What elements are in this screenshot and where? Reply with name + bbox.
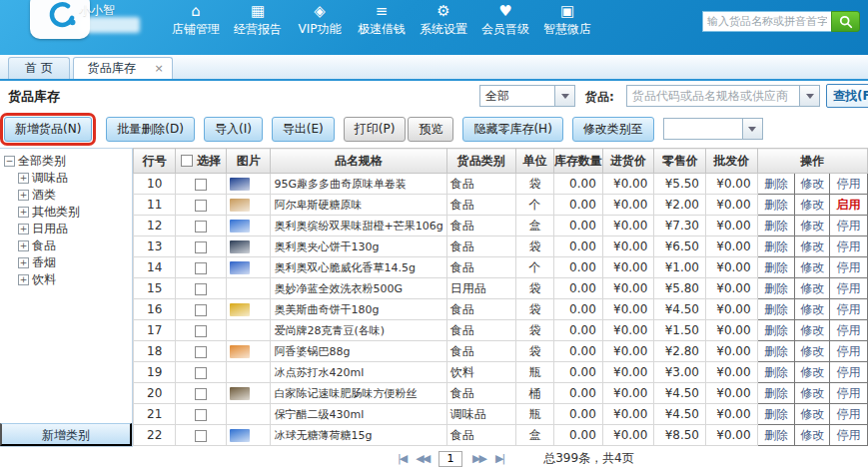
edit-link[interactable]: 修改 [795, 341, 830, 362]
nav-item-shop[interactable]: ⌂ 店铺管理 [165, 0, 227, 55]
nav-item-settings[interactable]: ⚙ 系统设置 [413, 0, 474, 55]
expand-icon[interactable]: + [18, 257, 29, 268]
delete-link[interactable]: 删除 [757, 362, 795, 383]
edit-link[interactable]: 修改 [795, 195, 830, 216]
delete-link[interactable]: 删除 [757, 320, 795, 341]
row-checkbox[interactable] [195, 283, 207, 295]
tree-item[interactable]: + 日用品 [4, 221, 132, 237]
search-button[interactable] [831, 11, 860, 32]
add-category-button[interactable]: 新增类别 [0, 423, 132, 446]
toggle-status-link[interactable]: 停用 [830, 404, 868, 425]
edit-link[interactable]: 修改 [795, 383, 830, 404]
row-checkbox[interactable] [195, 388, 207, 400]
delete-link[interactable]: 删除 [757, 341, 795, 362]
tree-item[interactable]: + 香烟 [4, 254, 132, 271]
edit-link[interactable]: 修改 [795, 216, 830, 236]
toggle-status-link[interactable]: 停用 [830, 341, 868, 362]
toolbar-button[interactable]: 批量删除(D) [106, 117, 195, 142]
row-checkbox[interactable] [195, 346, 207, 358]
row-checkbox[interactable] [195, 241, 207, 253]
row-checkbox[interactable] [195, 221, 207, 233]
category-scope-select[interactable]: 全部 [479, 85, 575, 107]
toggle-status-link[interactable]: 停用 [830, 216, 868, 236]
tree-item[interactable]: + 食品 [4, 237, 132, 254]
edit-link[interactable]: 修改 [795, 278, 830, 299]
edit-link[interactable]: 修改 [795, 404, 830, 425]
delete-link[interactable]: 删除 [757, 216, 795, 236]
delete-link[interactable]: 删除 [757, 383, 795, 404]
toggle-status-link[interactable]: 停用 [830, 257, 868, 278]
tree-item[interactable]: + 调味品 [4, 170, 132, 187]
delete-link[interactable]: 删除 [757, 257, 795, 278]
toggle-status-link[interactable]: 停用 [830, 174, 868, 195]
nav-item-member[interactable]: ♥ 会员晋级 [474, 0, 536, 55]
toolbar-button[interactable]: 新增货品(N) [4, 117, 92, 142]
delete-link[interactable]: 删除 [757, 404, 795, 425]
row-checkbox[interactable] [195, 430, 207, 442]
edit-link[interactable]: 修改 [795, 320, 830, 341]
find-button[interactable]: 查找(F) [826, 84, 868, 108]
edit-link[interactable]: 修改 [795, 425, 830, 446]
row-checkbox[interactable] [195, 262, 207, 274]
row-checkbox[interactable] [195, 367, 207, 379]
delete-link[interactable]: 删除 [757, 278, 795, 299]
tab-home[interactable]: 首 页 [8, 57, 70, 79]
toggle-status-link[interactable]: 停用 [830, 236, 868, 257]
expand-icon[interactable]: + [18, 190, 29, 201]
nav-item-report[interactable]: ▦ 经营报告 [227, 0, 289, 55]
nav-item-vip[interactable]: ◈ VIP功能 [289, 0, 351, 55]
edit-link[interactable]: 修改 [795, 299, 830, 320]
expand-icon[interactable]: + [18, 207, 29, 218]
collapse-icon[interactable]: − [4, 156, 15, 167]
edit-link[interactable]: 修改 [795, 174, 830, 195]
tab-goods-inventory[interactable]: 货品库存 × [73, 57, 173, 79]
row-checkbox[interactable] [195, 304, 207, 316]
row-checkbox[interactable] [195, 409, 207, 421]
edit-link[interactable]: 修改 [795, 362, 830, 383]
toolbar-button[interactable]: 预览 [408, 117, 453, 142]
search-input[interactable] [702, 11, 831, 32]
delete-link[interactable]: 删除 [757, 236, 795, 257]
edit-link[interactable]: 修改 [795, 257, 830, 278]
edit-link[interactable]: 修改 [795, 236, 830, 257]
expand-icon[interactable]: + [18, 224, 29, 235]
tab-close-icon[interactable]: × [155, 58, 164, 79]
select-all-checkbox[interactable] [181, 155, 193, 167]
toggle-status-link[interactable]: 启用 [830, 195, 868, 216]
toggle-status-link[interactable]: 停用 [830, 425, 868, 446]
toggle-status-link[interactable]: 停用 [830, 383, 868, 404]
toolbar-button[interactable]: 打印(P) [344, 117, 407, 142]
toolbar-button[interactable]: 导入(I) [204, 117, 263, 142]
first-page-icon[interactable]: |◀ [398, 452, 406, 465]
nav-item-store[interactable]: ▣ 智慧微店 [536, 0, 598, 55]
row-checkbox[interactable] [195, 325, 207, 337]
page-number-input[interactable] [438, 451, 462, 467]
toggle-status-link[interactable]: 停用 [830, 362, 868, 383]
chevron-down-icon[interactable] [799, 86, 819, 106]
delete-link[interactable]: 删除 [757, 174, 795, 195]
tree-item[interactable]: + 其他类别 [4, 204, 132, 221]
expand-icon[interactable]: + [18, 240, 29, 251]
toggle-status-link[interactable]: 停用 [830, 320, 868, 341]
expand-icon[interactable]: + [18, 173, 29, 184]
last-page-icon[interactable]: ▶| [495, 452, 503, 465]
toolbar-button[interactable]: 导出(E) [272, 117, 335, 142]
toolbar-button[interactable]: 隐藏零库存(H) [462, 117, 562, 142]
delete-link[interactable]: 删除 [757, 299, 795, 320]
delete-link[interactable]: 删除 [757, 425, 795, 446]
tree-item-root[interactable]: − 全部类别 [4, 153, 132, 170]
row-checkbox[interactable] [195, 179, 207, 191]
toggle-status-link[interactable]: 停用 [830, 278, 868, 299]
toolbar-button[interactable]: 修改类别至 [572, 117, 654, 142]
goods-search-combo[interactable]: 货品代码或品名规格或供应商 [626, 85, 820, 107]
tree-item[interactable]: + 饮料 [4, 271, 132, 288]
chevron-down-icon[interactable] [742, 119, 762, 139]
expand-icon[interactable]: + [18, 274, 29, 285]
row-checkbox[interactable] [195, 200, 207, 212]
chevron-down-icon[interactable] [554, 86, 574, 106]
tree-item[interactable]: + 酒类 [4, 187, 132, 204]
toggle-status-link[interactable]: 停用 [830, 299, 868, 320]
nav-item-loan[interactable]: ≡ 极速借钱 [351, 0, 413, 55]
prev-page-icon[interactable]: ◀◀ [416, 452, 429, 465]
delete-link[interactable]: 删除 [757, 195, 795, 216]
